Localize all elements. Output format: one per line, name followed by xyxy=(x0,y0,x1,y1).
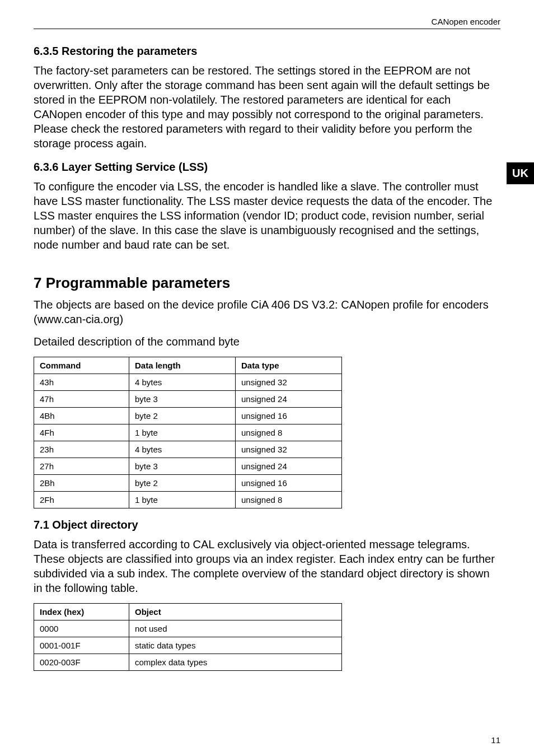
table-row: 4Fh1 byteunsigned 8 xyxy=(34,424,342,441)
table-cell: unsigned 16 xyxy=(236,408,342,424)
table-cell: 1 byte xyxy=(129,492,236,508)
th-index-hex: Index (hex) xyxy=(34,604,129,620)
table-cell: 2Fh xyxy=(34,492,129,508)
header-rule: CANopen encoder xyxy=(34,17,500,29)
table-cell: 0020-003F xyxy=(34,654,129,671)
para-7-intro: The objects are based on the device prof… xyxy=(34,297,500,326)
table-cell: 4 bytes xyxy=(129,441,236,458)
command-byte-table: Command Data length Data type 43h4 bytes… xyxy=(34,357,342,508)
table-cell: byte 3 xyxy=(129,458,236,475)
table-cell: 4Fh xyxy=(34,424,129,441)
table-row: 0020-003Fcomplex data types xyxy=(34,654,342,671)
table-row: 2Bhbyte 2unsigned 16 xyxy=(34,475,342,492)
table-row: 43h4 bytesunsigned 32 xyxy=(34,374,342,391)
table-row: 0000not used xyxy=(34,620,342,637)
table-cell: 0001-001F xyxy=(34,637,129,654)
table-cell: static data types xyxy=(129,637,342,654)
table-header-row: Command Data length Data type xyxy=(34,357,342,374)
table-cell: complex data types xyxy=(129,654,342,671)
table-cell: unsigned 16 xyxy=(236,475,342,492)
table-cell: unsigned 8 xyxy=(236,492,342,508)
page-number: 11 xyxy=(491,735,500,745)
para-6-3-6: To configure the encoder via LSS, the en… xyxy=(34,179,500,252)
table-cell: byte 2 xyxy=(129,408,236,424)
th-command: Command xyxy=(34,357,129,374)
table-cell: 43h xyxy=(34,374,129,391)
table-cell: unsigned 24 xyxy=(236,458,342,475)
heading-6-3-5: 6.3.5 Restoring the parameters xyxy=(34,45,500,58)
table-cell: 4Bh xyxy=(34,408,129,424)
th-object: Object xyxy=(129,604,342,620)
table-cell: not used xyxy=(129,620,342,637)
table-cell: 4 bytes xyxy=(129,374,236,391)
table-cell: unsigned 32 xyxy=(236,374,342,391)
table-cell: 0000 xyxy=(34,620,129,637)
table-cell: unsigned 8 xyxy=(236,424,342,441)
para-7-table-intro: Detailed description of the command byte xyxy=(34,334,500,349)
table-row: 4Bhbyte 2unsigned 16 xyxy=(34,408,342,424)
table-row: 23h4 bytesunsigned 32 xyxy=(34,441,342,458)
object-directory-table: Index (hex) Object 0000not used0001-001F… xyxy=(34,603,342,671)
table-row: 2Fh1 byteunsigned 8 xyxy=(34,492,342,508)
th-data-length: Data length xyxy=(129,357,236,374)
table-row: 47hbyte 3unsigned 24 xyxy=(34,391,342,408)
table-cell: 23h xyxy=(34,441,129,458)
table-cell: 1 byte xyxy=(129,424,236,441)
heading-7-1: 7.1 Object directory xyxy=(34,519,500,531)
table-cell: byte 3 xyxy=(129,391,236,408)
heading-7: 7 Programmable parameters xyxy=(34,274,500,292)
table-row: 27hbyte 3unsigned 24 xyxy=(34,458,342,475)
table-header-row: Index (hex) Object xyxy=(34,604,342,620)
table-cell: 27h xyxy=(34,458,129,475)
running-header: CANopen encoder xyxy=(34,17,500,26)
table-cell: 47h xyxy=(34,391,129,408)
table-row: 0001-001Fstatic data types xyxy=(34,637,342,654)
table-cell: unsigned 24 xyxy=(236,391,342,408)
heading-6-3-6: 6.3.6 Layer Setting Service (LSS) xyxy=(34,161,500,174)
table-cell: 2Bh xyxy=(34,475,129,492)
para-6-3-5: The factory-set parameters can be restor… xyxy=(34,63,500,151)
para-7-1: Data is transferred according to CAL exc… xyxy=(34,537,500,595)
side-tab-uk: UK xyxy=(507,162,534,184)
th-data-type: Data type xyxy=(236,357,342,374)
table-cell: byte 2 xyxy=(129,475,236,492)
table-cell: unsigned 32 xyxy=(236,441,342,458)
